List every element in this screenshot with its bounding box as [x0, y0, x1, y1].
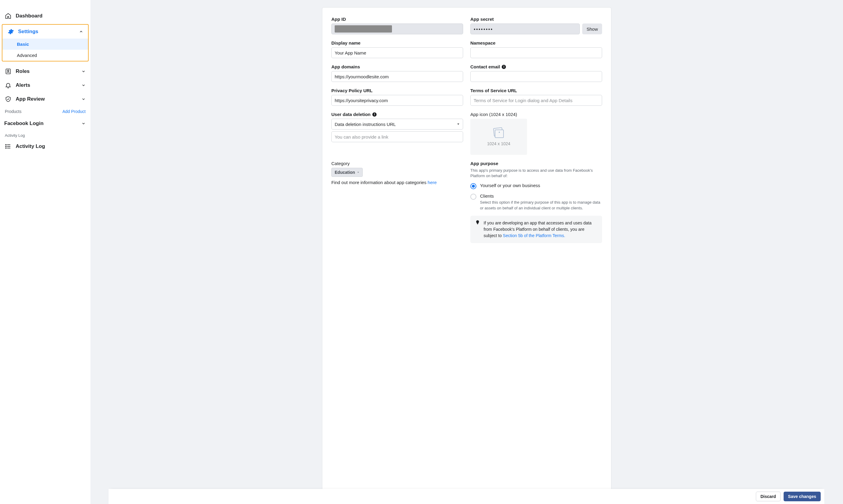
radio-selected-icon[interactable] — [470, 183, 476, 189]
sidebar-item-label: Facebook Login — [4, 121, 44, 127]
sidebar-item-label: App Review — [16, 96, 45, 102]
chevron-up-icon — [79, 30, 83, 34]
user-data-deletion-label: User data deletion i — [331, 112, 463, 117]
category-select[interactable]: Education — [331, 168, 363, 177]
sidebar-item-label: Activity Log — [16, 143, 45, 149]
purpose-option-clients[interactable]: Clients Select this option if the primar… — [470, 193, 602, 211]
info-icon: i — [372, 112, 377, 116]
caret-down-icon — [357, 171, 359, 174]
contact-email-input[interactable] — [470, 71, 602, 82]
info-icon: i — [502, 65, 506, 69]
show-secret-button[interactable]: Show — [582, 23, 602, 34]
save-button[interactable]: Save changes — [784, 492, 821, 501]
sidebar-item-label: Alerts — [16, 82, 30, 88]
main-content: App ID App secret ●●●●●●●● Show — [90, 0, 843, 504]
radio-unselected-icon[interactable] — [470, 194, 476, 200]
home-icon — [5, 13, 12, 19]
svg-rect-9 — [495, 130, 503, 138]
footer-action-bar: Discard Save changes — [108, 489, 824, 504]
purpose-option-yourself[interactable]: Yourself or your own business — [470, 183, 602, 189]
user-data-deletion-link-input[interactable] — [331, 131, 463, 142]
add-product-link[interactable]: Add Product — [63, 109, 86, 114]
platform-terms-link[interactable]: Section 5b of the Platform Terms. — [503, 233, 565, 238]
category-help-text: Find out more information about app cate… — [331, 180, 463, 185]
sidebar-subitem-advanced[interactable]: Advanced — [2, 50, 88, 61]
privacy-url-input[interactable] — [331, 95, 463, 106]
app-icon-label: App icon (1024 x 1024) — [470, 112, 602, 117]
sidebar-item-facebook-login[interactable]: Facebook Login — [0, 117, 90, 130]
lightbulb-icon — [475, 220, 480, 239]
sidebar-item-roles[interactable]: Roles — [0, 65, 90, 78]
app-domains-label: App domains — [331, 64, 463, 69]
caret-down-icon — [457, 123, 460, 126]
tos-url-label: Terms of Service URL — [470, 88, 602, 93]
sidebar-item-label: Roles — [16, 68, 30, 74]
image-plus-icon — [492, 127, 505, 139]
sidebar-item-activity-log[interactable]: Activity Log — [0, 140, 90, 153]
app-secret-value: ●●●●●●●● — [470, 23, 580, 34]
platform-terms-tip: If you are developing an app that access… — [470, 216, 602, 243]
gear-icon — [7, 28, 14, 35]
category-here-link[interactable]: here — [428, 180, 436, 185]
app-purpose-label: App purpose — [470, 161, 602, 166]
id-badge-icon — [5, 68, 12, 75]
shield-check-icon — [5, 96, 12, 103]
sidebar-activity-log-header: Activity Log — [0, 130, 90, 140]
app-secret-label: App secret — [470, 17, 602, 22]
list-icon — [5, 143, 12, 150]
display-name-label: Display name — [331, 40, 463, 46]
chevron-down-icon — [81, 121, 86, 126]
sidebar-products-header: Products Add Product — [0, 106, 90, 117]
sidebar-item-alerts[interactable]: Alerts — [0, 78, 90, 92]
sidebar-subitem-basic[interactable]: Basic — [2, 39, 88, 50]
sidebar-item-settings[interactable]: Settings — [2, 25, 88, 39]
svg-point-3 — [6, 146, 6, 147]
app-icon-upload[interactable]: 1024 x 1024 — [470, 119, 527, 155]
app-id-label: App ID — [331, 17, 463, 22]
app-domains-input[interactable] — [331, 71, 463, 82]
namespace-input[interactable] — [470, 47, 602, 58]
sidebar-item-app-review[interactable]: App Review — [0, 92, 90, 106]
svg-point-4 — [6, 148, 6, 148]
category-label: Category — [331, 161, 463, 166]
contact-email-label: Contact email i — [470, 64, 602, 69]
app-id-redacted — [335, 25, 392, 33]
settings-card: App ID App secret ●●●●●●●● Show — [322, 7, 612, 504]
discard-button[interactable]: Discard — [756, 492, 780, 501]
app-id-value — [331, 23, 463, 34]
sidebar-item-dashboard[interactable]: Dashboard — [0, 9, 90, 23]
app-purpose-desc: This app's primary purpose is to access … — [470, 168, 602, 179]
sidebar-item-label: Dashboard — [16, 13, 42, 19]
privacy-url-label: Privacy Policy URL — [331, 88, 463, 93]
user-data-deletion-select[interactable]: Data deletion instructions URL — [331, 119, 463, 129]
svg-point-2 — [6, 144, 6, 145]
chevron-down-icon — [81, 97, 86, 101]
sidebar-settings-group: Settings Basic Advanced — [2, 24, 89, 61]
tos-url-input[interactable] — [470, 95, 602, 106]
chevron-down-icon — [81, 83, 86, 87]
svg-point-1 — [7, 70, 9, 71]
display-name-input[interactable] — [331, 47, 463, 58]
chevron-down-icon — [81, 69, 86, 73]
namespace-label: Namespace — [470, 40, 602, 46]
sidebar: Dashboard Settings Basic Advanced — [0, 0, 90, 504]
sidebar-item-label: Settings — [18, 29, 38, 35]
bell-icon — [5, 82, 12, 89]
